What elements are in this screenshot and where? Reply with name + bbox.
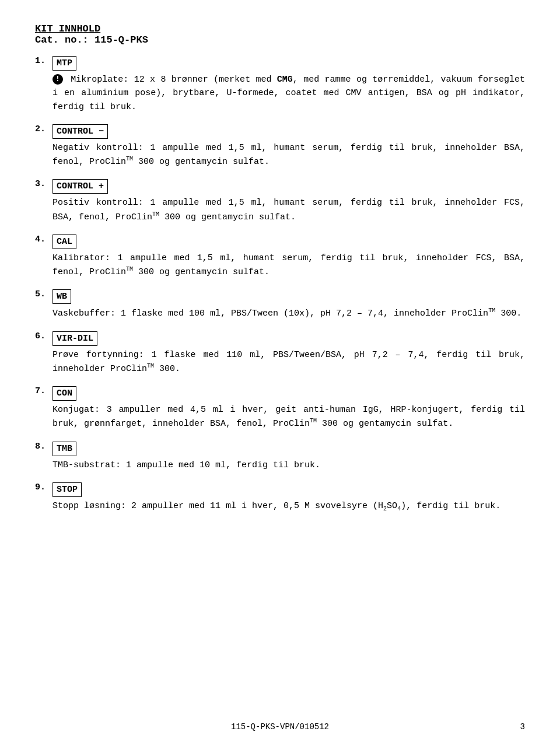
badge-control-plus: CONTROL + (52, 179, 108, 194)
section-content-7: CON Konjugat: 3 ampuller med 4,5 ml i hv… (52, 386, 525, 431)
kit-title: KIT INNHOLD (35, 23, 525, 34)
section-content-3: CONTROL + Positiv kontroll: 1 ampulle me… (52, 179, 525, 224)
section-text-3: Positiv kontroll: 1 ampulle med 1,5 ml, … (52, 196, 525, 224)
cat-number: Cat. no.: 115-Q-PKS (35, 34, 525, 46)
section-1: 1. MTP ! Mikroplate: 12 x 8 brønner (mer… (35, 56, 525, 114)
section-num-8: 8. (35, 442, 52, 452)
cmg-bold: CMG (277, 75, 293, 85)
section-text-2: Negativ kontroll: 1 ampulle med 1,5 ml, … (52, 141, 525, 169)
badge-row-1: MTP (52, 56, 525, 71)
badge-wb: WB (52, 289, 71, 304)
badge-stop: STOP (52, 482, 82, 497)
section-content-1: MTP ! Mikroplate: 12 x 8 brønner (merket… (52, 56, 525, 114)
section-num-9: 9. (35, 482, 52, 492)
badge-control-minus: CONTROL − (52, 124, 108, 139)
page-header: KIT INNHOLD Cat. no.: 115-Q-PKS (35, 23, 525, 46)
section-content-8: TMB TMB-substrat: 1 ampulle med 10 ml, f… (52, 442, 525, 472)
section-5: 5. WB Vaskebuffer: 1 flaske med 100 ml, … (35, 289, 525, 320)
section-text-7: Konjugat: 3 ampuller med 4,5 ml i hver, … (52, 403, 525, 431)
section-content-4: CAL Kalibrator: 1 ampulle med 1,5 ml, hu… (52, 235, 525, 279)
section-num-4: 4. (35, 235, 52, 244)
badge-row-3: CONTROL + (52, 179, 525, 194)
badge-row-2: CONTROL − (52, 124, 525, 139)
section-num-7: 7. (35, 386, 52, 396)
badge-tmb: TMB (52, 442, 76, 456)
section-content-6: VIR-DIL Prøve fortynning: 1 flaske med 1… (52, 331, 525, 376)
section-text-8: TMB-substrat: 1 ampulle med 10 ml, ferdi… (52, 459, 525, 472)
badge-row-8: TMB (52, 442, 525, 456)
section-text-5: Vaskebuffer: 1 flaske med 100 ml, PBS/Tw… (52, 306, 525, 320)
footer-ref: 115-Q-PKS-VPN/010512 (231, 722, 329, 732)
badge-con: CON (52, 386, 76, 401)
section-7: 7. CON Konjugat: 3 ampuller med 4,5 ml i… (35, 386, 525, 431)
section-9: 9. STOP Stopp løsning: 2 ampuller med 11… (35, 482, 525, 514)
section-content-9: STOP Stopp løsning: 2 ampuller med 11 ml… (52, 482, 525, 514)
section-3: 3. CONTROL + Positiv kontroll: 1 ampulle… (35, 179, 525, 224)
badge-row-7: CON (52, 386, 525, 401)
badge-mtp: MTP (52, 56, 76, 71)
section-text-9: Stopp løsning: 2 ampuller med 11 ml i hv… (52, 499, 525, 514)
section-num-2: 2. (35, 124, 52, 134)
page-number: 3 (520, 722, 525, 732)
badge-row-4: CAL (52, 235, 525, 249)
section-content-2: CONTROL − Negativ kontroll: 1 ampulle me… (52, 124, 525, 169)
footer: 115-Q-PKS-VPN/010512 (0, 722, 560, 732)
section-num-5: 5. (35, 289, 52, 299)
section-text-4: Kalibrator: 1 ampulle med 1,5 ml, humant… (52, 251, 525, 279)
section-6: 6. VIR-DIL Prøve fortynning: 1 flaske me… (35, 331, 525, 376)
section-num-6: 6. (35, 331, 52, 341)
badge-cal: CAL (52, 235, 76, 249)
section-4: 4. CAL Kalibrator: 1 ampulle med 1,5 ml,… (35, 235, 525, 279)
badge-row-9: STOP (52, 482, 525, 497)
section-2: 2. CONTROL − Negativ kontroll: 1 ampulle… (35, 124, 525, 169)
section-num-3: 3. (35, 179, 52, 189)
section-text-6: Prøve fortynning: 1 flaske med 110 ml, P… (52, 348, 525, 376)
badge-row-6: VIR-DIL (52, 331, 525, 346)
info-icon: ! (52, 74, 63, 85)
section-8: 8. TMB TMB-substrat: 1 ampulle med 10 ml… (35, 442, 525, 472)
section-num-1: 1. (35, 56, 52, 66)
badge-row-5: WB (52, 289, 525, 304)
section-content-5: WB Vaskebuffer: 1 flaske med 100 ml, PBS… (52, 289, 525, 320)
badge-vir-dil: VIR-DIL (52, 331, 97, 346)
section-text-1: ! Mikroplate: 12 x 8 brønner (merket med… (52, 73, 525, 114)
